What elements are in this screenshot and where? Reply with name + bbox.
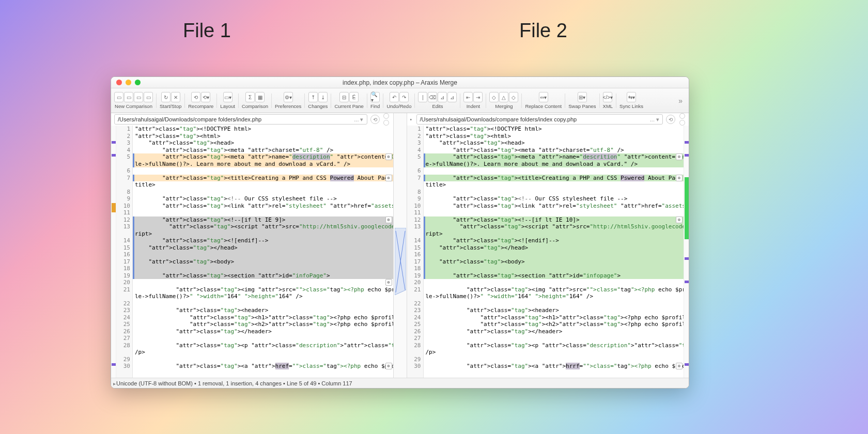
scroll-left-icon[interactable]: ▸ — [113, 381, 118, 386]
toolbar-button[interactable]: ▭ — [134, 92, 143, 102]
code-line[interactable]: "attr">class="tag"><header> — [424, 307, 684, 314]
merge-button[interactable]: ⊕ — [676, 216, 683, 223]
code-line[interactable]: "attr">class="tag"><html> — [424, 133, 684, 140]
diff-mark[interactable] — [112, 203, 116, 212]
code-line[interactable]: "attr">class="tag"><body> — [424, 258, 684, 266]
diff-mark[interactable] — [685, 363, 689, 366]
code-line[interactable]: "attr">class="tag"><meta "attr">name="de… — [424, 153, 684, 161]
diff-mark[interactable] — [685, 154, 689, 157]
toolbar-button[interactable]: ⇥ — [473, 92, 483, 102]
merge-button[interactable]: ⊕ — [385, 279, 392, 286]
toolbar-button[interactable]: Σ — [245, 92, 255, 102]
toolbar-button[interactable]: É — [349, 92, 359, 102]
toolbar-button[interactable]: ▦ — [255, 92, 265, 102]
code-line[interactable]: ⊕ — [133, 279, 393, 286]
code-line[interactable] — [424, 279, 684, 286]
toolbar-button[interactable]: ▭ — [124, 92, 133, 102]
pane-opt-icon[interactable] — [679, 113, 685, 119]
code-line[interactable]: title> — [424, 181, 684, 189]
code-line[interactable]: "attr">class="tag"><header> — [133, 307, 393, 314]
code-line[interactable]: "attr">class="tag"><link "attr">rel="sty… — [133, 203, 393, 210]
code-line[interactable]: ript> — [424, 230, 684, 238]
code-line[interactable] — [424, 335, 684, 342]
toolbar-button[interactable]: ⟲▾ — [201, 92, 210, 102]
code-line[interactable]: "attr">class="tag"><![endif]--> — [424, 237, 684, 244]
code-line[interactable]: "attr">class="tag"><!--[if lt IE 10]>⊕ — [424, 216, 684, 224]
code-line[interactable]: "attr">class="tag"><![endif]--> — [133, 237, 393, 244]
toolbar-button[interactable]: ▭▾ — [223, 92, 233, 102]
toolbar-button[interactable]: | — [418, 92, 427, 102]
code-line[interactable] — [133, 209, 393, 216]
code-line[interactable]: "attr">class="tag"><h1>"attr">class="tag… — [133, 314, 393, 321]
merge-button[interactable]: ⊕ — [385, 363, 392, 369]
code-line[interactable]: "attr">class="tag"><!--[if lt IE 9]>⊕ — [133, 216, 393, 224]
code-line[interactable]: "attr">class="tag"><img "attr">src="">cl… — [133, 286, 393, 293]
code-line[interactable]: "attr">class="tag"><script "attr">src="h… — [424, 223, 684, 230]
code-line[interactable]: "attr">class="tag"><!DOCTYPE html> — [133, 126, 393, 133]
left-path-input[interactable]: /Users/rahulsaigal/Downloads/compare fol… — [114, 114, 367, 125]
toolbar-button[interactable]: ⌫ — [428, 92, 437, 102]
code-line[interactable] — [424, 167, 684, 175]
code-line[interactable]: "attr">class="tag"><meta "attr">charset=… — [133, 147, 393, 154]
toolbar-button[interactable]: ⇆▾ — [627, 92, 636, 102]
code-line[interactable] — [424, 300, 684, 307]
overview-strip-left[interactable] — [111, 126, 116, 378]
code-line[interactable]: "attr">class="tag"><link "attr">rel="sty… — [424, 203, 684, 210]
code-line[interactable]: le->fullName()?>" ">width="164" ">height… — [133, 293, 393, 300]
pane-opt-icon[interactable] — [383, 113, 389, 119]
code-line[interactable]: "attr">class="tag"></head> — [424, 244, 684, 252]
diff-mark[interactable] — [685, 141, 689, 144]
toolbar-button[interactable]: 🔍▾ — [370, 92, 380, 102]
code-line[interactable]: "attr">class="tag"><a "attr">href="">cla… — [133, 363, 393, 370]
code-line[interactable]: "attr">class="tag"><body> — [133, 258, 393, 266]
code-line[interactable]: "attr">class="tag"><html> — [133, 133, 393, 140]
code-line[interactable] — [133, 335, 393, 342]
code-line[interactable]: "attr">class="tag"><h1>"attr">class="tag… — [424, 314, 684, 321]
toolbar-button[interactable]: ⇔▾ — [539, 92, 548, 102]
code-line[interactable]: "attr">class="tag"></header> — [133, 328, 393, 335]
diff-mark[interactable] — [112, 363, 116, 366]
code-line[interactable] — [133, 189, 393, 196]
code-line[interactable]: le->fullName()?>. Learn more about me an… — [133, 161, 393, 168]
toolbar-button[interactable]: ▭ — [114, 92, 123, 102]
toolbar-button[interactable]: ⟲ — [191, 92, 200, 102]
toolbar-button[interactable]: ⚙▾ — [284, 92, 293, 102]
code-line[interactable]: "attr">class="tag"><img "attr">src="">cl… — [424, 286, 684, 293]
history-icon[interactable]: ⟲ — [666, 115, 675, 124]
code-right[interactable]: "attr">class="tag"><!DOCTYPE html>"attr"… — [424, 126, 684, 378]
diff-mark[interactable] — [685, 257, 689, 260]
merge-button[interactable]: ⊕ — [676, 153, 683, 160]
code-line[interactable]: "attr">class="tag"><title>Creating a PHP… — [133, 175, 393, 182]
code-line[interactable]: "attr">class="tag"><p "attr">class="desc… — [424, 342, 684, 349]
code-line[interactable]: e->fullName()?>. Learn more about me and… — [424, 161, 684, 168]
code-line[interactable] — [133, 251, 393, 258]
code-line[interactable]: "attr">class="tag"><section "attr">id="i… — [133, 272, 393, 280]
code-line[interactable] — [424, 209, 684, 216]
code-line[interactable]: title> — [133, 181, 393, 189]
toolbar-button[interactable]: ◇ — [489, 92, 499, 102]
code-line[interactable] — [424, 251, 684, 258]
merge-button[interactable]: ⊕ — [676, 363, 683, 369]
code-line[interactable]: "attr">class="tag"><p "attr">class="desc… — [133, 342, 393, 349]
code-line[interactable] — [133, 300, 393, 307]
code-line[interactable]: "attr">class="tag"><!-- Our CSS styleshe… — [133, 195, 393, 203]
merge-button[interactable]: ⊕ — [385, 175, 392, 181]
toolbar-button[interactable]: ⊿ — [447, 92, 457, 102]
toolbar-button[interactable]: ↷ — [399, 92, 409, 102]
toolbar-button[interactable]: ✕ — [171, 92, 180, 102]
code-line[interactable]: "attr">class="tag"><head> — [424, 140, 684, 147]
code-line[interactable]: "attr">class="tag"><h2>"attr">class="tag… — [133, 321, 393, 328]
code-line[interactable]: /p> — [133, 349, 393, 356]
toolbar-button[interactable]: ⤒ — [308, 92, 318, 102]
right-path-input[interactable]: /Users/rahulsaigal/Downloads/compare fol… — [416, 114, 663, 125]
code-line[interactable]: "attr">class="tag"><a "attr">hrrf="">cla… — [424, 363, 684, 370]
code-line[interactable]: "attr">class="tag"><title>Creating a PHP… — [424, 175, 684, 182]
code-line[interactable]: "attr">class="tag"><script "attr">src="h… — [133, 223, 393, 230]
titlebar[interactable]: index.php, index copy.php – Araxis Merge — [111, 77, 689, 88]
code-line[interactable]: ript> — [133, 230, 393, 238]
code-line[interactable] — [424, 265, 684, 272]
diff-mark[interactable] — [112, 141, 116, 144]
code-line[interactable] — [133, 265, 393, 272]
code-line[interactable]: "attr">class="tag"><h2>"attr">class="tag… — [424, 321, 684, 328]
code-line[interactable] — [424, 189, 684, 196]
